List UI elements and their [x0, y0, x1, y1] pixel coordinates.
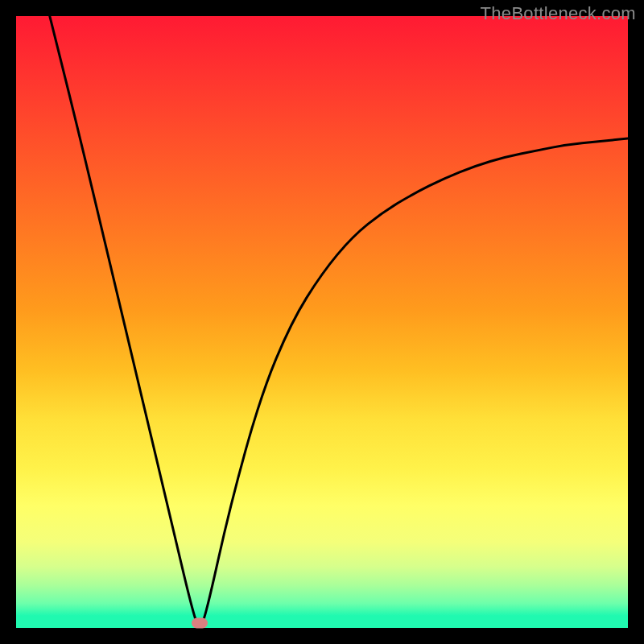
plot-area	[16, 16, 628, 628]
chart-container: TheBottleneck.com	[0, 0, 644, 644]
optimum-marker	[192, 618, 208, 629]
bottleneck-curve	[16, 16, 628, 628]
watermark-label: TheBottleneck.com	[481, 3, 636, 24]
